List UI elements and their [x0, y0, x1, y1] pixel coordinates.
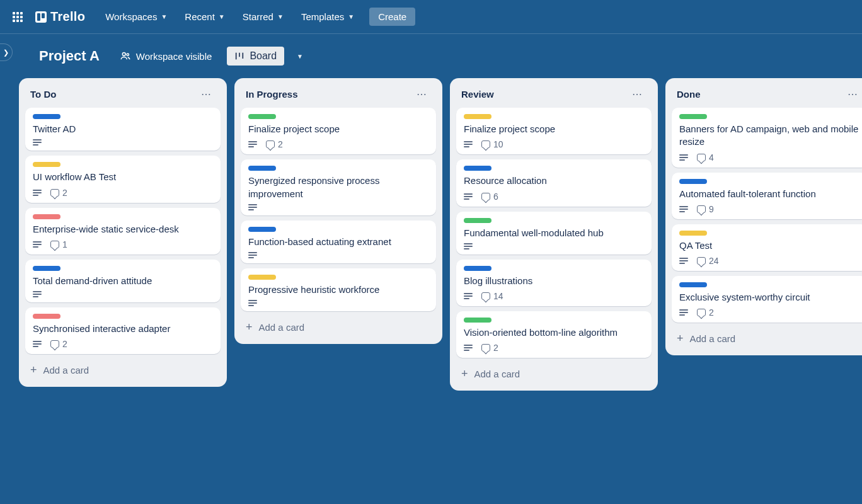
card-label[interactable]: [33, 314, 60, 319]
card-label[interactable]: [679, 282, 707, 287]
card-label[interactable]: [464, 318, 491, 323]
visibility-button[interactable]: Workspace visible: [113, 47, 219, 66]
add-card-button[interactable]: +Add a card: [456, 363, 652, 384]
comments-badge: 2: [697, 307, 714, 318]
card[interactable]: Finalize project scope10: [456, 108, 652, 154]
card-label[interactable]: [464, 166, 491, 171]
chevron-down-icon: ▼: [161, 13, 167, 20]
card[interactable]: QA Test24: [672, 224, 862, 271]
card[interactable]: Automated fault-tolerant function9: [672, 173, 862, 219]
card[interactable]: Synergized responsive process improvemen…: [241, 159, 436, 215]
card[interactable]: Fundamental well-modulated hub: [456, 212, 652, 255]
card-label[interactable]: [33, 162, 60, 167]
card-badges: [33, 139, 213, 146]
card-label[interactable]: [248, 166, 276, 171]
card-badges: [248, 300, 428, 306]
card-label[interactable]: [33, 266, 60, 271]
card-label[interactable]: [464, 266, 491, 271]
card-badges: 24: [679, 256, 859, 266]
nav-item-recent[interactable]: Recent▼: [177, 8, 232, 26]
chevron-right-icon: ❯: [3, 49, 9, 57]
people-icon: [120, 50, 131, 62]
list-menu-button[interactable]: ⋯: [628, 87, 646, 101]
description-badge: [679, 154, 688, 161]
card[interactable]: Enterprise-wide static service-desk1: [25, 208, 221, 255]
card-label[interactable]: [464, 218, 491, 223]
chevron-down-icon: ▼: [297, 53, 303, 60]
comments-count: 4: [709, 152, 714, 163]
add-card-label: Add a card: [474, 369, 520, 379]
nav-item-workspaces[interactable]: Workspaces▼: [98, 8, 175, 26]
list-menu-button[interactable]: ⋯: [844, 87, 862, 101]
nav-item-templates[interactable]: Templates▼: [294, 8, 362, 26]
description-badge: [679, 258, 688, 264]
add-card-button[interactable]: +Add a card: [25, 359, 221, 381]
add-card-button[interactable]: +Add a card: [672, 328, 862, 349]
view-switcher-button[interactable]: Board: [227, 47, 284, 66]
card-label[interactable]: [248, 227, 276, 232]
card[interactable]: Synchronised interactive adapter2: [25, 307, 221, 354]
view-switcher-dropdown[interactable]: ▼: [293, 49, 307, 64]
board-title[interactable]: Project A: [34, 45, 105, 67]
list-menu-button[interactable]: ⋯: [197, 87, 216, 101]
card-badges: 6: [464, 192, 644, 202]
card[interactable]: Resource allocation6: [456, 159, 652, 206]
comment-icon: [50, 189, 59, 197]
description-icon: [464, 243, 473, 249]
card-label[interactable]: [248, 275, 276, 280]
board-header: Project A Workspace visible Board ▼: [0, 34, 862, 78]
card-title: UI workflow AB Test: [33, 171, 213, 183]
list-title[interactable]: Review: [461, 89, 494, 100]
card-label[interactable]: [33, 214, 60, 219]
card-label[interactable]: [248, 114, 276, 119]
trello-logo[interactable]: Trello: [30, 7, 90, 26]
app-switcher-button[interactable]: [8, 7, 28, 27]
card-title: QA Test: [679, 239, 859, 252]
nav-item-starred[interactable]: Starred▼: [235, 8, 291, 26]
board-canvas: To Do⋯Twitter ADUI workflow AB Test2Ente…: [0, 78, 862, 504]
comments-count: 9: [709, 204, 714, 214]
list-title[interactable]: To Do: [30, 89, 56, 100]
visibility-label: Workspace visible: [136, 51, 212, 62]
list-title[interactable]: Done: [677, 89, 701, 100]
comments-count: 2: [62, 188, 67, 198]
create-button[interactable]: Create: [369, 8, 415, 26]
card-label[interactable]: [464, 114, 491, 119]
comments-badge: 2: [481, 343, 498, 353]
card-badges: 2: [33, 188, 213, 198]
card[interactable]: Vision-oriented bottom-line algorithm2: [456, 311, 652, 358]
card-badges: 2: [33, 339, 213, 349]
card[interactable]: UI workflow AB Test2: [25, 156, 221, 202]
card[interactable]: Twitter AD: [25, 108, 221, 151]
description-icon: [464, 141, 473, 147]
description-icon: [33, 341, 42, 347]
card[interactable]: Total demand-driven attitude: [25, 260, 221, 302]
card-label[interactable]: [33, 114, 60, 119]
card-badges: 14: [464, 291, 644, 301]
comment-icon: [697, 205, 706, 213]
plus-icon: +: [677, 333, 684, 344]
list-header: To Do⋯: [25, 84, 221, 103]
card-label[interactable]: [679, 114, 707, 119]
card[interactable]: Progressive heuristic workforce: [241, 268, 436, 311]
description-icon: [679, 154, 688, 161]
description-icon: [248, 300, 257, 306]
card-badges: [248, 252, 428, 258]
list-title[interactable]: In Progress: [246, 89, 298, 100]
card[interactable]: Blog illustrations14: [456, 260, 652, 306]
comments-count: 2: [493, 343, 498, 353]
card-label[interactable]: [679, 179, 707, 184]
card[interactable]: Finalize project scope2: [241, 108, 436, 154]
comments-count: 2: [709, 307, 714, 318]
list-menu-button[interactable]: ⋯: [413, 87, 431, 101]
list: In Progress⋯Finalize project scope2Syner…: [234, 78, 442, 344]
chevron-down-icon: ▼: [348, 13, 354, 20]
description-badge: [248, 204, 257, 210]
card[interactable]: Exclusive system-worthy circuit2: [672, 276, 862, 323]
card[interactable]: Function-based actuating extranet: [241, 220, 436, 263]
comments-count: 24: [709, 256, 719, 266]
add-card-button[interactable]: +Add a card: [241, 316, 436, 338]
card-label[interactable]: [679, 231, 707, 236]
board-view-icon: [234, 51, 244, 61]
card[interactable]: Banners for AD campaign, web and mobile …: [672, 108, 862, 168]
